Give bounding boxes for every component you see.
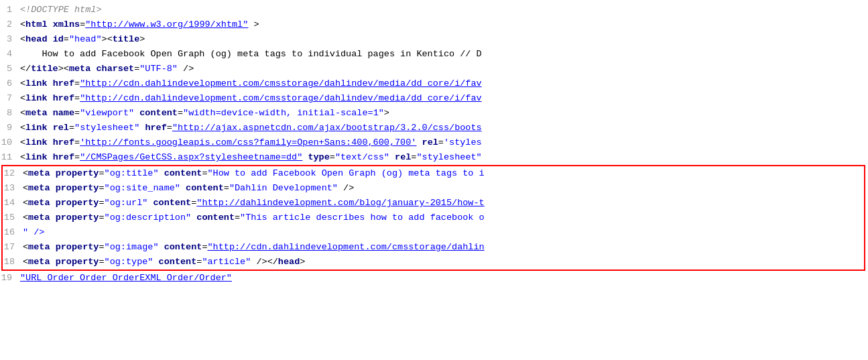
code-line: 5</title><meta charset="UTF-8" /> [0, 62, 868, 76]
line-number: 2 [0, 17, 20, 32]
code-line: 15<meta property="og:description" conten… [3, 211, 864, 225]
line-number: 14 [3, 196, 23, 211]
line-content: How to add Facebook Open Graph (og) meta… [20, 47, 868, 62]
line-content: <link href="http://cdn.dahlindevelopment… [20, 91, 868, 106]
line-number: 16 [3, 225, 23, 240]
code-line: 17<meta property="og:image" content="htt… [3, 240, 864, 255]
code-line: 8<meta name="viewport" content="width=de… [0, 106, 868, 121]
line-number: 9 [0, 121, 20, 135]
line-number: 11 [0, 150, 20, 165]
code-line: 12<meta property="og:title" content="How… [3, 166, 864, 181]
line-content: <!DOCTYPE html> [20, 3, 868, 17]
line-number: 7 [0, 91, 20, 106]
line-content: <link href='http://fonts.googleapis.com/… [20, 135, 868, 150]
code-line: 10<link href='http://fonts.googleapis.co… [0, 135, 868, 150]
line-content: <meta property="og:type" content="articl… [23, 255, 864, 269]
code-line: 4 How to add Facebook Open Graph (og) me… [0, 47, 868, 62]
code-line: 13<meta property="og:site_name" content=… [3, 181, 864, 196]
line-content: <meta property="og:image" content="http:… [23, 240, 864, 255]
code-line: 16" /> [3, 225, 864, 240]
line-number: 18 [3, 255, 23, 269]
line-content: <head id="head"><title> [20, 32, 868, 47]
code-line: 2<html xmlns="http://www.w3.org/1999/xht… [0, 17, 868, 32]
line-content: <meta property="og:description" content=… [23, 211, 864, 225]
code-line: 3<head id="head"><title> [0, 32, 868, 47]
line-content: <meta property="og:title" content="How t… [23, 166, 864, 181]
line-number: 8 [0, 106, 20, 121]
code-line: 6<link href="http://cdn.dahlindevelopmen… [0, 76, 868, 91]
line-number: 3 [0, 32, 20, 47]
code-line: 1<!DOCTYPE html> [0, 3, 868, 17]
line-content: "URL Order Order OrderEXML Order/Order" [20, 271, 868, 286]
line-number: 5 [0, 62, 20, 76]
line-number: 19 [0, 271, 20, 286]
line-content: <html xmlns="http://www.w3.org/1999/xhtm… [20, 17, 868, 32]
line-number: 10 [0, 135, 20, 150]
code-line: 11<link href="/CMSPages/GetCSS.aspx?styl… [0, 150, 868, 165]
line-content: <meta name="viewport" content="width=dev… [20, 106, 868, 121]
code-line: 9<link rel="stylesheet" href="http://aja… [0, 121, 868, 135]
line-content: " /> [23, 225, 864, 240]
code-line: 18<meta property="og:type" content="arti… [3, 255, 864, 269]
line-content: <link rel="stylesheet" href="http://ajax… [20, 121, 868, 135]
line-content: <meta property="og:site_name" content="D… [23, 181, 864, 196]
code-line: 7<link href="http://cdn.dahlindevelopmen… [0, 91, 868, 106]
code-line: 14<meta property="og:url" content="http:… [3, 196, 864, 211]
line-number: 6 [0, 76, 20, 91]
line-number: 12 [3, 166, 23, 181]
line-number: 17 [3, 240, 23, 255]
code-viewer: 1<!DOCTYPE html>2<html xmlns="http://www… [0, 0, 868, 360]
line-number: 13 [3, 181, 23, 196]
highlighted-section: 12<meta property="og:title" content="How… [1, 165, 865, 271]
line-number: 15 [3, 211, 23, 225]
line-content: <link href="/CMSPages/GetCSS.aspx?styles… [20, 150, 868, 165]
line-content: </title><meta charset="UTF-8" /> [20, 62, 868, 76]
line-number: 4 [0, 47, 20, 62]
line-number: 1 [0, 3, 20, 17]
code-line: 19"URL Order Order OrderEXML Order/Order… [0, 271, 868, 286]
line-content: <meta property="og:url" content="http://… [23, 196, 864, 211]
line-content: <link href="http://cdn.dahlindevelopment… [20, 76, 868, 91]
